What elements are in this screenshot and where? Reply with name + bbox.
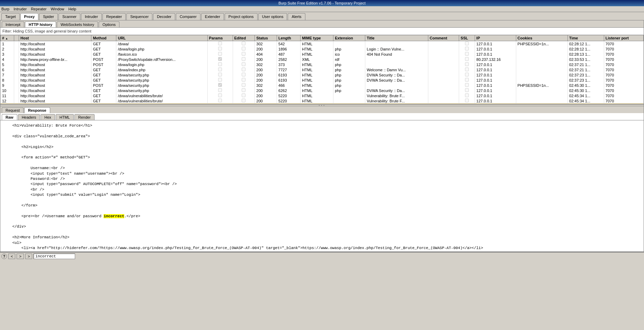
cell-edited bbox=[233, 83, 255, 88]
cell-cookies bbox=[516, 77, 567, 83]
content-tab-html[interactable]: HTML bbox=[56, 114, 74, 120]
col-header-time[interactable]: Time bbox=[567, 35, 604, 41]
content-tab-hex[interactable]: Hex bbox=[41, 114, 55, 120]
col-header-cookies[interactable]: Cookies bbox=[516, 35, 567, 41]
cell-params bbox=[207, 46, 233, 52]
table-row[interactable]: 4 http://www.proxy-offline-br... POST /P… bbox=[1, 57, 644, 62]
tab-alerts[interactable]: Alerts bbox=[288, 13, 305, 20]
cell-cookies bbox=[516, 67, 567, 72]
cell-ext bbox=[333, 98, 365, 103]
cell-flag bbox=[14, 72, 19, 77]
col-header-length[interactable]: Length bbox=[277, 35, 301, 41]
table-row[interactable]: 7 http://localhost GET /dvwa/security.ph… bbox=[1, 72, 644, 77]
cell-title bbox=[365, 57, 428, 62]
table-row[interactable]: 9 http://localhost POST /dvwa/security.p… bbox=[1, 83, 644, 88]
menu-window[interactable]: Window bbox=[51, 7, 64, 11]
tab-request[interactable]: Request bbox=[2, 107, 24, 113]
tab-project-options[interactable]: Project options bbox=[225, 13, 258, 20]
cell-host: http://localhost bbox=[19, 77, 91, 83]
cell-title: DVWA Security :: Da... bbox=[365, 72, 428, 77]
col-header-flag[interactable] bbox=[14, 35, 19, 41]
cell-status: 200 bbox=[255, 88, 277, 93]
table-row[interactable]: 1 http://localhost GET /dvwa/ 302 542 HT… bbox=[1, 41, 644, 47]
col-header-method[interactable]: Method bbox=[91, 35, 116, 41]
cell-edited bbox=[233, 88, 255, 93]
cell-length: 1896 bbox=[277, 46, 301, 52]
forward-button[interactable]: > bbox=[25, 254, 32, 259]
col-header-mime[interactable]: MIME type bbox=[301, 35, 333, 41]
filter-bar[interactable]: Filter: Hiding CSS, image and general bi… bbox=[0, 28, 644, 35]
col-header-title[interactable]: Title bbox=[365, 35, 428, 41]
cell-status: 302 bbox=[255, 83, 277, 88]
menu-repeater[interactable]: Repeater bbox=[31, 7, 46, 11]
cell-time: 02:28:12 1... bbox=[567, 46, 604, 52]
cell-ip: 127.0.0.1 bbox=[475, 72, 516, 77]
content-tab-headers[interactable]: Headers bbox=[18, 114, 40, 120]
sub-tab-http-history[interactable]: HTTP history bbox=[25, 21, 56, 27]
cell-params bbox=[207, 77, 233, 83]
cell-mime: HTML bbox=[301, 41, 333, 47]
cell-host: http://localhost bbox=[19, 93, 91, 98]
col-header-ssl[interactable]: SSL bbox=[459, 35, 475, 41]
cell-edited bbox=[233, 98, 255, 103]
table-row[interactable]: 12 http://localhost GET /dvwa/vulnerabil… bbox=[1, 98, 644, 103]
tab-intruder[interactable]: Intruder bbox=[81, 13, 102, 20]
prev-button[interactable]: < bbox=[8, 254, 15, 259]
sub-tab-intercept[interactable]: Intercept bbox=[2, 21, 24, 27]
col-header-status[interactable]: Status bbox=[255, 35, 277, 41]
tab-extender[interactable]: Extender bbox=[201, 13, 224, 20]
sub-tab-websockets-history[interactable]: WebSockets history bbox=[57, 21, 98, 27]
cell-ssl bbox=[459, 52, 475, 57]
cell-flag bbox=[14, 88, 19, 93]
content-tab-raw[interactable]: Raw bbox=[2, 114, 17, 120]
help-button[interactable]: ? bbox=[1, 254, 7, 259]
cell-time: 02:37:23 1... bbox=[567, 77, 604, 83]
cell-ip: 127.0.0.1 bbox=[475, 67, 516, 72]
cell-params bbox=[207, 57, 233, 62]
col-header-params[interactable]: Params bbox=[207, 35, 233, 41]
filter-text: Hiding CSS, image and general binary con… bbox=[13, 29, 91, 33]
cell-status: 200 bbox=[255, 77, 277, 83]
table-row[interactable]: 8 http://localhost GET /dvwa/security.ph… bbox=[1, 77, 644, 83]
tab-target[interactable]: Target bbox=[1, 13, 20, 20]
next-button[interactable]: > bbox=[17, 254, 24, 259]
col-header-host[interactable]: Host bbox=[19, 35, 91, 41]
table-row[interactable]: 5 http://localhost POST /dvwa/login.php … bbox=[1, 62, 644, 67]
cell-ip: 127.0.0.1 bbox=[475, 93, 516, 98]
http-history-table-container[interactable]: # ▲ Host Method URL Params Edited Status… bbox=[0, 35, 644, 104]
tab-sequencer[interactable]: Sequencer bbox=[126, 13, 152, 20]
menu-help[interactable]: Help bbox=[69, 7, 77, 11]
tab-proxy[interactable]: Proxy bbox=[20, 13, 39, 20]
col-header-ip[interactable]: IP bbox=[475, 35, 516, 41]
search-input[interactable] bbox=[34, 254, 75, 259]
tab-repeater[interactable]: Repeater bbox=[102, 13, 126, 20]
cell-length: 6262 bbox=[277, 88, 301, 93]
menu-burp[interactable]: Burp bbox=[1, 7, 9, 11]
table-row[interactable]: 11 http://localhost GET /dvwa/vulnerabil… bbox=[1, 93, 644, 98]
tab-spider[interactable]: Spider bbox=[39, 13, 58, 20]
content-tab-render[interactable]: Render bbox=[74, 114, 95, 120]
table-row[interactable]: 6 http://localhost GET /dvwa/index.php 2… bbox=[1, 67, 644, 72]
code-view: <h1>Vulnerability: Brute Force</h1> <div… bbox=[0, 120, 644, 252]
tab-decoder[interactable]: Decoder bbox=[153, 13, 175, 20]
col-header-num[interactable]: # ▲ bbox=[1, 35, 14, 41]
cell-num: 10 bbox=[1, 88, 14, 93]
col-header-comment[interactable]: Comment bbox=[428, 35, 459, 41]
cell-cookies bbox=[516, 62, 567, 67]
tab-user-options[interactable]: User options bbox=[258, 13, 287, 20]
col-header-extension[interactable]: Extension bbox=[333, 35, 365, 41]
cell-url: /dvwa/ bbox=[116, 41, 207, 47]
menu-intruder[interactable]: Intruder bbox=[14, 7, 27, 11]
tab-comparer[interactable]: Comparer bbox=[176, 13, 200, 20]
col-header-port[interactable]: Listener port bbox=[604, 35, 643, 41]
col-header-url[interactable]: URL bbox=[116, 35, 207, 41]
tab-response[interactable]: Response bbox=[24, 107, 50, 113]
col-header-edited[interactable]: Edited bbox=[233, 35, 255, 41]
table-row[interactable]: 3 http://localhost GET /favicon.ico 404 … bbox=[1, 52, 644, 57]
table-row[interactable]: 10 http://localhost GET /dvwa/security.p… bbox=[1, 88, 644, 93]
cell-flag bbox=[14, 93, 19, 98]
table-row[interactable]: 2 http://localhost GET /dvwa/login.php 2… bbox=[1, 46, 644, 52]
tab-scanner[interactable]: Scanner bbox=[59, 13, 80, 20]
cell-port: 7070 bbox=[604, 72, 643, 77]
sub-tab-options[interactable]: Options bbox=[99, 21, 119, 27]
